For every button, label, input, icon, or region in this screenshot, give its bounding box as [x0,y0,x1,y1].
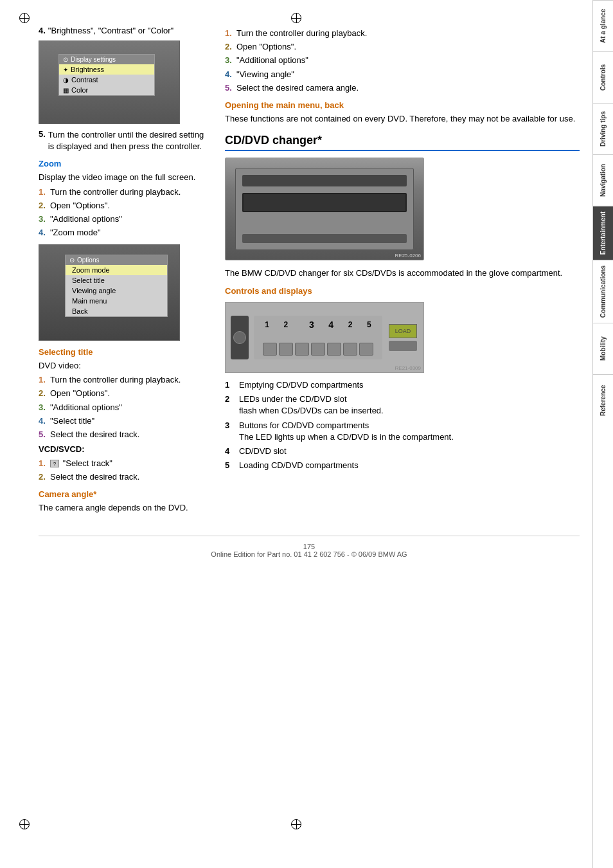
step-5: 5. Turn the controller until the desired… [39,129,212,152]
opening-main-header: Opening the main menu, back [225,100,580,110]
selecting-title-header: Selecting title [39,347,212,357]
corner-mark-bl [19,819,30,829]
ctrl-desc-1: 1 Emptying CD/DVD compartments [225,379,580,391]
sidebar-tab-driving-tips[interactable]: Driving tips [593,103,613,154]
sel-step-2: 2. Open "Options". [39,388,212,399]
controls-panel: 1 2 3 4 2 5 [226,303,423,372]
sidebar-tab-reference[interactable]: Reference [593,374,613,426]
ctrl-btn-2[interactable] [279,343,293,356]
vcd-icon: ? [50,460,59,467]
controls-desc-list: 1 Emptying CD/DVD compartments 2 LEDs un… [225,379,580,471]
zoom-step-3: 3. "Additional options" [39,213,212,225]
options-screenshot: ⊙ Options Zoom mode Select title Viewing… [39,244,180,341]
sel-step-1: 1. Turn the controller during playback. [39,374,212,386]
zoom-steps: 1. Turn the controller during playback. … [39,186,212,239]
sel-step-4: 4. "Select title" [39,415,212,427]
zoom-desc: Display the video image on the full scre… [39,171,212,184]
cam-step-1: 1. Turn the controller during playback. [225,28,580,39]
ctrl-btn-6[interactable] [343,343,357,356]
corner-mark-tl [19,13,30,23]
ds-item-brightness: ✦ Brightness [59,64,154,75]
step-4-brightness: 4. "Brightness", "Contrast" or "Color" [39,26,212,35]
sidebar-tab-at-a-glance[interactable]: At a glance [593,0,613,51]
opt-select-title: Select title [66,275,167,285]
selecting-steps: 1. Turn the controller during playback. … [39,374,212,440]
sidebar-tab-controls[interactable]: Controls [593,51,613,103]
zoom-step-2: 2. Open "Options". [39,200,212,212]
step-4-text: "Brightness", "Contrast" or "Color" [48,26,173,35]
display-settings-box: ⊙ Display settings ✦ Brightness ◑ Contra… [58,54,155,96]
ctrl-btn-4[interactable] [311,343,325,356]
opt-zoom-mode: Zoom mode [66,265,167,275]
ds-item-contrast: ◑ Contrast [59,75,154,85]
options-box: ⊙ Options Zoom mode Select title Viewing… [65,255,168,317]
main-content: 4. "Brightness", "Contrast" or "Color" ⊙… [0,0,592,868]
ctrl-button-row [256,343,380,356]
ctrl-num-labels: 1 2 3 4 2 5 [256,320,380,330]
corner-mark-bc [291,819,301,829]
ctrl-knob [233,331,246,344]
ctrl-left-block [231,316,249,359]
camera-steps: 1. Turn the controller during playback. … [225,28,580,94]
ctrl-btn-7[interactable] [359,343,373,356]
sidebar-tab-communications[interactable]: Communications [593,260,613,323]
ctrl-right-block: LOAD [387,316,418,359]
step-4-num: 4. [39,26,46,35]
ctrl-btn-1[interactable] [263,343,277,356]
cam-step-5: 5. Select the desired camera angle. [225,82,580,94]
step-5-text: Turn the controller until the desired se… [48,129,212,152]
ctrl-desc-5: 5 Loading CD/DVD compartments [225,460,580,471]
cam-step-4: 4. "Viewing angle" [225,69,580,80]
ctrl-main-panel: 1 2 3 4 2 5 [254,316,382,359]
vcd-step-2: 2. Select the desired track. [39,471,212,483]
sel-step-3: 3. "Additional options" [39,402,212,413]
vcd-step-1: 1. ? "Select track" [39,458,212,469]
page-number: 175 [303,543,315,550]
step-5-num: 5. [39,129,46,152]
ctrl-btn-3[interactable] [295,343,309,356]
ctrl-slot [389,341,417,351]
cd-changer-image: RE25-0206 [225,158,424,260]
display-settings-screenshot: ⊙ Display settings ✦ Brightness ◑ Contra… [39,41,180,124]
left-column: 4. "Brightness", "Contrast" or "Color" ⊙… [39,26,212,516]
camera-angle-header: Camera angle* [39,489,212,499]
opt-viewing-angle: Viewing angle [66,285,167,296]
zoom-step-1: 1. Turn the controller during playback. [39,186,212,198]
sidebar-tab-entertainment[interactable]: Entertainment [593,206,613,260]
ctrl-desc-3: 3 Buttons for CD/DVD compartmentsThe LED… [225,420,580,443]
opt-back: Back [66,306,167,316]
cam-step-3: 3. "Additional options" [225,55,580,66]
cd-changer-title: CD/DVD changer* [225,134,580,151]
ctrl-display: LOAD [389,324,417,338]
camera-angle-desc: The camera angle depends on the DVD. [39,502,212,514]
footer-text: Online Edition for Part no. 01 41 2 602 … [211,550,407,558]
sel-step-5: 5. Select the desired track. [39,429,212,440]
vcd-steps: 1. ? "Select track" 2. Select the desire… [39,458,212,483]
dvd-video-label: DVD video: [39,359,212,372]
cam-step-2: 2. Open "Options". [225,41,580,53]
opening-main-desc: These functions are not contained on eve… [225,113,580,125]
sidebar-tab-mobility[interactable]: Mobility [593,323,613,374]
page-footer: 175 Online Edition for Part no. 01 41 2 … [39,536,580,558]
sidebar-tab-navigation[interactable]: Navigation [593,154,613,206]
corner-mark-tc [291,13,301,23]
ctrl-desc-2: 2 LEDs under the CD/DVD slotflash when C… [225,393,580,417]
zoom-step-4: 4. "Zoom mode" [39,227,212,239]
vcd-label: VCD/SVCD: [39,443,212,456]
right-sidebar: At a glance Controls Driving tips Naviga… [592,0,613,868]
ctrl-btn-5[interactable] [327,343,341,356]
right-column: 1. Turn the controller during playback. … [225,26,580,516]
ctrl-desc-4: 4 CD/DVD slot [225,446,580,457]
opt-main-menu: Main menu [66,296,167,306]
zoom-header: Zoom [39,159,212,168]
ds-item-color: ▦ Color [59,85,154,95]
cd-changer-desc: The BMW CD/DVD changer for six CDs/DVDs … [225,267,580,280]
controls-displays-header: Controls and displays [225,286,580,296]
ds-title: ⊙ Display settings [59,55,154,64]
cd-controls-image: 1 2 3 4 2 5 [225,302,424,373]
opt-title: ⊙ Options [66,255,167,265]
